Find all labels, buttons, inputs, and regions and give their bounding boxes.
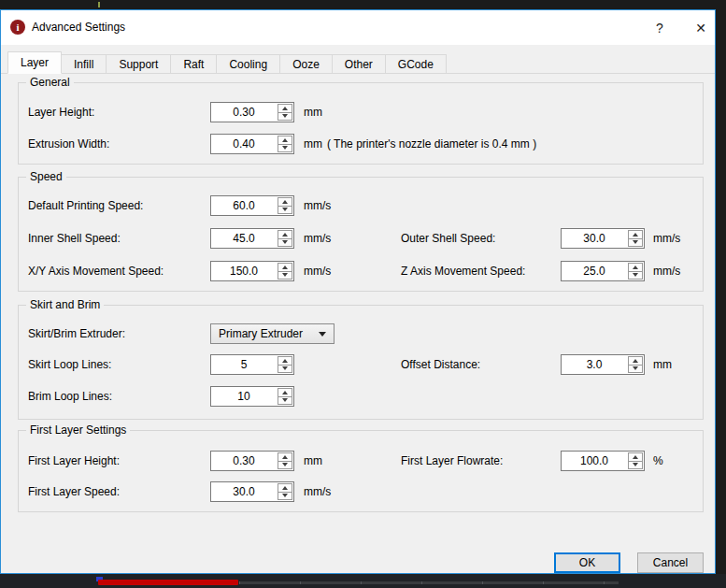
offset-distance-spin-buttons[interactable] <box>628 356 643 373</box>
offset-distance-unit: mm <box>653 358 672 371</box>
spin-down-icon[interactable] <box>629 462 642 469</box>
spin-up-icon[interactable] <box>278 198 292 207</box>
outer-shell-speed-input[interactable] <box>562 229 627 248</box>
brim-loop-lines-spin-buttons[interactable] <box>278 388 292 405</box>
tab-other[interactable]: Other <box>332 54 386 74</box>
layer-height-spin-buttons[interactable] <box>278 104 292 121</box>
spin-up-icon[interactable] <box>278 231 292 239</box>
xy-movement-speed-spin-buttons[interactable] <box>278 263 292 280</box>
layer-height-spinbox[interactable] <box>210 102 294 122</box>
z-movement-speed-spinbox[interactable] <box>561 261 645 281</box>
spin-down-icon[interactable] <box>278 272 292 280</box>
skirt-brim-extruder-dropdown[interactable]: Primary Extruder <box>210 323 335 344</box>
first-layer-height-label: First Layer Height: <box>28 454 120 467</box>
extrusion-width-unit: mm <box>304 137 322 151</box>
extrusion-width-spin-buttons[interactable] <box>278 136 292 152</box>
spin-down-icon[interactable] <box>278 493 292 500</box>
tab-ooze[interactable]: Ooze <box>279 54 333 74</box>
spin-up-icon[interactable] <box>278 357 292 366</box>
dialog-title: Advanced Settings <box>32 21 125 34</box>
z-movement-speed-input[interactable] <box>562 262 627 280</box>
tab-cooling[interactable]: Cooling <box>216 54 280 74</box>
extrusion-width-input[interactable] <box>211 135 277 153</box>
spin-down-icon[interactable] <box>278 207 292 214</box>
first-layer-flowrate-spin-buttons[interactable] <box>628 452 643 469</box>
first-layer-height-unit: mm <box>304 454 322 467</box>
outer-shell-speed-label: Outer Shell Speed: <box>401 232 495 245</box>
background-timeline <box>239 581 619 584</box>
skirt-loop-lines-spin-buttons[interactable] <box>278 356 292 373</box>
first-layer-speed-input[interactable] <box>211 482 277 501</box>
spin-down-icon[interactable] <box>278 145 292 152</box>
spin-down-icon[interactable] <box>629 366 642 373</box>
spin-down-icon[interactable] <box>278 239 292 247</box>
skirt-brim-extruder-value: Primary Extruder <box>219 327 319 340</box>
tab-layer[interactable]: Layer <box>7 51 62 74</box>
spin-up-icon[interactable] <box>278 264 292 272</box>
inner-shell-speed-spin-buttons[interactable] <box>278 230 292 247</box>
extrusion-width-spinbox[interactable] <box>210 134 294 154</box>
skirt-loop-lines-spinbox[interactable] <box>210 354 294 375</box>
default-printing-speed-spinbox[interactable] <box>210 195 294 216</box>
spin-down-icon[interactable] <box>278 113 292 121</box>
spin-up-icon[interactable] <box>278 105 292 113</box>
cancel-button[interactable]: Cancel <box>637 552 704 573</box>
spin-up-icon[interactable] <box>629 231 642 239</box>
outer-shell-speed-spin-buttons[interactable] <box>628 230 643 247</box>
first-layer-height-input[interactable] <box>211 452 277 470</box>
first-layer-flowrate-spinbox[interactable] <box>561 451 645 471</box>
spin-down-icon[interactable] <box>278 462 292 469</box>
tab-gcode[interactable]: GCode <box>385 54 447 74</box>
ok-button[interactable]: OK <box>554 552 620 573</box>
title-bar[interactable]: i Advanced Settings ? ✕ <box>1 10 715 45</box>
xy-movement-speed-input[interactable] <box>211 262 277 280</box>
group-skirt-brim: Skirt and Brim Skirt/Brim Extruder: Prim… <box>18 305 704 420</box>
skirt-loop-lines-label: Skirt Loop Lines: <box>28 358 111 371</box>
z-movement-speed-spin-buttons[interactable] <box>628 263 643 280</box>
brim-loop-lines-input[interactable] <box>211 387 277 406</box>
offset-distance-spinbox[interactable] <box>561 354 645 375</box>
first-layer-speed-label: First Layer Speed: <box>28 485 120 498</box>
tab-raft[interactable]: Raft <box>170 54 217 74</box>
default-printing-speed-input[interactable] <box>211 196 277 215</box>
inner-shell-speed-spinbox[interactable] <box>210 228 294 249</box>
spin-up-icon[interactable] <box>629 453 642 462</box>
first-layer-speed-spinbox[interactable] <box>210 481 294 502</box>
extrusion-width-label: Extrusion Width: <box>28 137 109 151</box>
inner-shell-speed-row: Inner Shell Speed: mm/s Outer Shell Spee… <box>19 228 703 249</box>
first-layer-speed-row: First Layer Speed: mm/s <box>19 481 703 502</box>
spin-up-icon[interactable] <box>278 389 292 397</box>
spin-down-icon[interactable] <box>629 272 642 280</box>
tab-infill[interactable]: Infill <box>61 54 107 74</box>
inner-shell-speed-input[interactable] <box>211 229 277 248</box>
spin-up-icon[interactable] <box>278 136 292 145</box>
spin-down-icon[interactable] <box>278 397 292 405</box>
z-movement-speed-label: Z Axis Movement Speed: <box>401 265 525 278</box>
outer-shell-speed-spinbox[interactable] <box>561 228 645 249</box>
tab-support[interactable]: Support <box>106 54 171 74</box>
first-layer-height-spin-buttons[interactable] <box>278 452 292 469</box>
offset-distance-input[interactable] <box>562 355 627 374</box>
spin-down-icon[interactable] <box>629 239 642 247</box>
spin-up-icon[interactable] <box>629 264 642 272</box>
layer-height-input[interactable] <box>211 103 277 122</box>
first-layer-speed-spin-buttons[interactable] <box>278 483 292 500</box>
spin-up-icon[interactable] <box>629 357 642 366</box>
skirt-loop-lines-input[interactable] <box>211 355 277 374</box>
brim-loop-lines-row: Brim Loop Lines: <box>19 386 703 407</box>
first-layer-height-spinbox[interactable] <box>210 451 294 471</box>
xy-movement-speed-unit: mm/s <box>304 265 331 278</box>
brim-loop-lines-spinbox[interactable] <box>210 386 294 407</box>
default-printing-speed-spin-buttons[interactable] <box>278 197 292 214</box>
help-icon[interactable]: ? <box>649 18 670 38</box>
background-app-marker <box>98 2 100 7</box>
spin-up-icon[interactable] <box>278 484 292 493</box>
close-icon[interactable]: ✕ <box>690 18 711 38</box>
skirt-brim-extruder-label: Skirt/Brim Extruder: <box>28 327 125 340</box>
spin-down-icon[interactable] <box>278 366 292 373</box>
xy-movement-speed-spinbox[interactable] <box>210 261 294 281</box>
spin-up-icon[interactable] <box>278 453 292 462</box>
first-layer-flowrate-input[interactable] <box>562 452 627 470</box>
background-progress-bar <box>98 580 238 585</box>
default-printing-speed-label: Default Printing Speed: <box>28 199 143 212</box>
